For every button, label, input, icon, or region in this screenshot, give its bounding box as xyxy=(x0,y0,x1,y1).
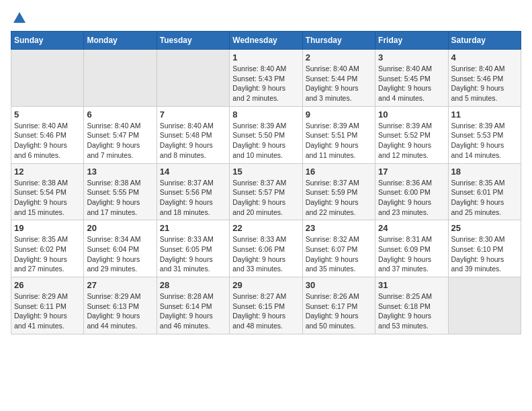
day-info: Sunrise: 8:35 AMSunset: 6:01 PMDaylight:… xyxy=(451,178,518,218)
calendar-week-row: 12Sunrise: 8:38 AMSunset: 5:54 PMDayligh… xyxy=(11,163,521,220)
day-number: 5 xyxy=(14,109,81,120)
day-info: Sunrise: 8:34 AMSunset: 6:04 PMDaylight:… xyxy=(87,234,153,274)
page-header xyxy=(11,11,521,26)
day-info: Sunrise: 8:39 AMSunset: 5:50 PMDaylight:… xyxy=(232,121,299,161)
day-info: Sunrise: 8:40 AMSunset: 5:43 PMDaylight:… xyxy=(232,64,299,103)
calendar-cell: 19Sunrise: 8:35 AMSunset: 6:02 PMDayligh… xyxy=(11,220,84,277)
calendar-cell: 8Sunrise: 8:39 AMSunset: 5:50 PMDaylight… xyxy=(230,106,302,163)
calendar-cell: 10Sunrise: 8:39 AMSunset: 5:52 PMDayligh… xyxy=(375,106,448,163)
calendar-cell: 1Sunrise: 8:40 AMSunset: 5:43 PMDaylight… xyxy=(230,50,302,107)
day-number: 18 xyxy=(451,167,518,177)
day-number: 10 xyxy=(378,109,445,120)
calendar-week-row: 5Sunrise: 8:40 AMSunset: 5:46 PMDaylight… xyxy=(11,106,521,163)
day-number: 22 xyxy=(232,223,299,233)
day-number: 30 xyxy=(306,280,372,290)
calendar-header-sunday: Sunday xyxy=(11,32,84,50)
day-number: 29 xyxy=(232,280,299,290)
calendar-header-row: SundayMondayTuesdayWednesdayThursdayFrid… xyxy=(11,32,521,50)
day-number: 1 xyxy=(232,52,299,62)
day-number: 16 xyxy=(306,167,372,177)
day-info: Sunrise: 8:27 AMSunset: 6:15 PMDaylight:… xyxy=(232,291,299,331)
day-number: 11 xyxy=(451,109,518,120)
day-info: Sunrise: 8:39 AMSunset: 5:53 PMDaylight:… xyxy=(451,121,518,161)
calendar-cell: 6Sunrise: 8:40 AMSunset: 5:47 PMDaylight… xyxy=(84,106,157,163)
day-info: Sunrise: 8:40 AMSunset: 5:48 PMDaylight:… xyxy=(160,121,226,161)
calendar-cell xyxy=(157,50,229,107)
calendar-cell: 22Sunrise: 8:33 AMSunset: 6:06 PMDayligh… xyxy=(230,220,302,277)
calendar-week-row: 19Sunrise: 8:35 AMSunset: 6:02 PMDayligh… xyxy=(11,220,521,277)
day-number: 6 xyxy=(87,109,153,120)
day-number: 2 xyxy=(306,52,372,62)
day-info: Sunrise: 8:36 AMSunset: 6:00 PMDaylight:… xyxy=(378,178,445,218)
day-number: 31 xyxy=(378,280,445,290)
day-number: 15 xyxy=(232,167,299,177)
day-number: 12 xyxy=(14,167,81,177)
day-info: Sunrise: 8:37 AMSunset: 5:56 PMDaylight:… xyxy=(160,178,226,218)
calendar-week-row: 1Sunrise: 8:40 AMSunset: 5:43 PMDaylight… xyxy=(11,50,521,107)
day-info: Sunrise: 8:39 AMSunset: 5:52 PMDaylight:… xyxy=(378,121,445,161)
calendar-header-saturday: Saturday xyxy=(448,32,521,50)
day-info: Sunrise: 8:31 AMSunset: 6:09 PMDaylight:… xyxy=(378,234,445,274)
calendar-cell: 30Sunrise: 8:26 AMSunset: 6:17 PMDayligh… xyxy=(302,277,375,334)
day-number: 9 xyxy=(306,109,372,120)
calendar-cell: 25Sunrise: 8:30 AMSunset: 6:10 PMDayligh… xyxy=(448,220,521,277)
day-info: Sunrise: 8:29 AMSunset: 6:11 PMDaylight:… xyxy=(14,291,81,331)
calendar-cell: 23Sunrise: 8:32 AMSunset: 6:07 PMDayligh… xyxy=(302,220,375,277)
day-info: Sunrise: 8:35 AMSunset: 6:02 PMDaylight:… xyxy=(14,234,81,274)
day-info: Sunrise: 8:37 AMSunset: 5:59 PMDaylight:… xyxy=(306,178,372,218)
calendar-cell: 27Sunrise: 8:29 AMSunset: 6:13 PMDayligh… xyxy=(84,277,157,334)
day-info: Sunrise: 8:25 AMSunset: 6:18 PMDaylight:… xyxy=(378,291,445,331)
calendar-cell: 24Sunrise: 8:31 AMSunset: 6:09 PMDayligh… xyxy=(375,220,448,277)
calendar-cell: 14Sunrise: 8:37 AMSunset: 5:56 PMDayligh… xyxy=(157,163,229,220)
calendar-cell: 12Sunrise: 8:38 AMSunset: 5:54 PMDayligh… xyxy=(11,163,84,220)
calendar-cell: 18Sunrise: 8:35 AMSunset: 6:01 PMDayligh… xyxy=(448,163,521,220)
day-number: 23 xyxy=(306,223,372,233)
calendar-cell xyxy=(84,50,157,107)
calendar-cell: 7Sunrise: 8:40 AMSunset: 5:48 PMDaylight… xyxy=(157,106,229,163)
day-number: 13 xyxy=(87,167,153,177)
day-info: Sunrise: 8:40 AMSunset: 5:46 PMDaylight:… xyxy=(14,121,81,161)
day-number: 17 xyxy=(378,167,445,177)
day-info: Sunrise: 8:40 AMSunset: 5:44 PMDaylight:… xyxy=(306,64,372,103)
day-info: Sunrise: 8:40 AMSunset: 5:47 PMDaylight:… xyxy=(87,121,153,161)
calendar-cell: 15Sunrise: 8:37 AMSunset: 5:57 PMDayligh… xyxy=(230,163,302,220)
calendar-header-thursday: Thursday xyxy=(302,32,375,50)
calendar-week-row: 26Sunrise: 8:29 AMSunset: 6:11 PMDayligh… xyxy=(11,277,521,334)
day-info: Sunrise: 8:37 AMSunset: 5:57 PMDaylight:… xyxy=(232,178,299,218)
calendar-cell xyxy=(11,50,84,107)
calendar-header-friday: Friday xyxy=(375,32,448,50)
day-info: Sunrise: 8:38 AMSunset: 5:55 PMDaylight:… xyxy=(87,178,153,218)
day-number: 24 xyxy=(378,223,445,233)
calendar-cell: 16Sunrise: 8:37 AMSunset: 5:59 PMDayligh… xyxy=(302,163,375,220)
calendar-cell: 31Sunrise: 8:25 AMSunset: 6:18 PMDayligh… xyxy=(375,277,448,334)
day-number: 4 xyxy=(451,52,518,62)
calendar-cell: 21Sunrise: 8:33 AMSunset: 6:05 PMDayligh… xyxy=(157,220,229,277)
calendar-cell: 9Sunrise: 8:39 AMSunset: 5:51 PMDaylight… xyxy=(302,106,375,163)
day-info: Sunrise: 8:39 AMSunset: 5:51 PMDaylight:… xyxy=(306,121,372,161)
calendar-cell: 11Sunrise: 8:39 AMSunset: 5:53 PMDayligh… xyxy=(448,106,521,163)
day-info: Sunrise: 8:28 AMSunset: 6:14 PMDaylight:… xyxy=(160,291,226,331)
svg-marker-0 xyxy=(13,12,26,23)
calendar-cell: 20Sunrise: 8:34 AMSunset: 6:04 PMDayligh… xyxy=(84,220,157,277)
day-info: Sunrise: 8:40 AMSunset: 5:45 PMDaylight:… xyxy=(378,64,445,103)
calendar-cell: 13Sunrise: 8:38 AMSunset: 5:55 PMDayligh… xyxy=(84,163,157,220)
day-number: 3 xyxy=(378,52,445,62)
day-info: Sunrise: 8:29 AMSunset: 6:13 PMDaylight:… xyxy=(87,291,153,331)
calendar-cell: 28Sunrise: 8:28 AMSunset: 6:14 PMDayligh… xyxy=(157,277,229,334)
calendar-cell xyxy=(448,277,521,334)
calendar-cell: 5Sunrise: 8:40 AMSunset: 5:46 PMDaylight… xyxy=(11,106,84,163)
calendar-cell: 29Sunrise: 8:27 AMSunset: 6:15 PMDayligh… xyxy=(230,277,302,334)
day-number: 20 xyxy=(87,223,153,233)
day-info: Sunrise: 8:32 AMSunset: 6:07 PMDaylight:… xyxy=(306,234,372,274)
logo xyxy=(11,11,27,26)
day-info: Sunrise: 8:33 AMSunset: 6:06 PMDaylight:… xyxy=(232,234,299,274)
calendar-header-tuesday: Tuesday xyxy=(157,32,229,50)
day-info: Sunrise: 8:40 AMSunset: 5:46 PMDaylight:… xyxy=(451,64,518,103)
day-number: 25 xyxy=(451,223,518,233)
day-info: Sunrise: 8:33 AMSunset: 6:05 PMDaylight:… xyxy=(160,234,226,274)
day-number: 19 xyxy=(14,223,81,233)
day-number: 21 xyxy=(160,223,226,233)
day-info: Sunrise: 8:30 AMSunset: 6:10 PMDaylight:… xyxy=(451,234,518,274)
day-info: Sunrise: 8:38 AMSunset: 5:54 PMDaylight:… xyxy=(14,178,81,218)
calendar-cell: 26Sunrise: 8:29 AMSunset: 6:11 PMDayligh… xyxy=(11,277,84,334)
